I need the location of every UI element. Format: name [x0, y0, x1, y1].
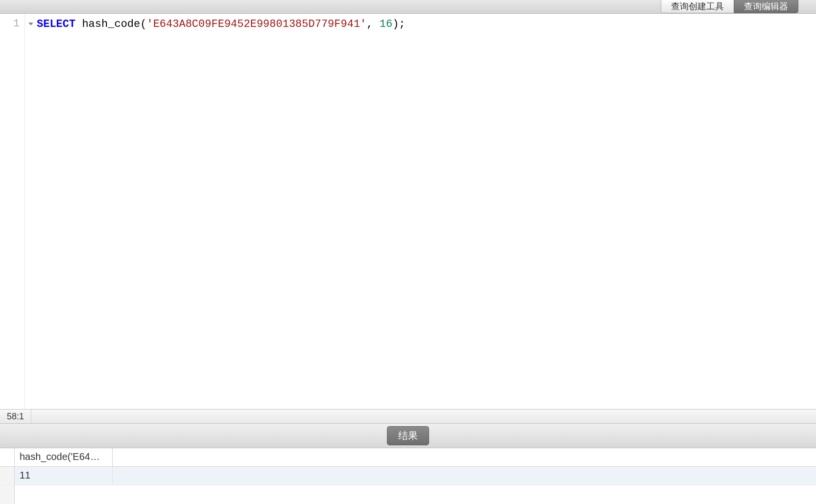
tab-query-editor[interactable]: 查询编辑器 [734, 0, 798, 13]
result-column-header[interactable]: hash_code('E64… [15, 448, 113, 466]
sql-number: 16 [380, 18, 392, 30]
sql-string: 'E643A8C09FE9452E99801385D779F941' [146, 18, 366, 30]
sql-open-paren: ( [140, 18, 146, 30]
sql-comma: , [366, 18, 379, 30]
editor-status-bar: 58:1 [0, 409, 816, 424]
row-handle-blank [0, 485, 15, 504]
top-toolbar: 查询创建工具 查询编辑器 [0, 0, 816, 14]
result-cell[interactable]: 11 [15, 467, 113, 485]
result-tab-bar: 结果 [0, 424, 816, 448]
result-tab[interactable]: 结果 [387, 426, 429, 445]
sql-keyword: SELECT [37, 18, 75, 30]
toolbar-tab-group: 查询创建工具 查询编辑器 [661, 0, 798, 13]
row-handle[interactable] [0, 467, 15, 485]
sql-editor[interactable]: 1 SELECT hash_code('E643A8C09FE9452E9980… [0, 14, 816, 409]
tab-query-builder[interactable]: 查询创建工具 [661, 0, 734, 13]
row-handle-header [0, 448, 15, 466]
line-number: 1 [0, 18, 20, 30]
fold-marker-icon[interactable] [28, 23, 33, 25]
sql-close: ); [392, 18, 405, 30]
code-container: SELECT hash_code('E643A8C09FE9452E998013… [24, 14, 816, 409]
cursor-position: 58:1 [0, 410, 31, 423]
code-content[interactable]: SELECT hash_code('E643A8C09FE9452E998013… [37, 14, 816, 409]
result-row[interactable]: 11 [0, 467, 816, 485]
result-row-blank [0, 485, 816, 504]
line-number-gutter: 1 [0, 14, 24, 409]
fold-gutter [25, 14, 37, 409]
result-header-row: hash_code('E64… [0, 448, 816, 467]
result-grid: hash_code('E64… 11 [0, 448, 816, 504]
sql-function: hash_code [82, 18, 140, 30]
